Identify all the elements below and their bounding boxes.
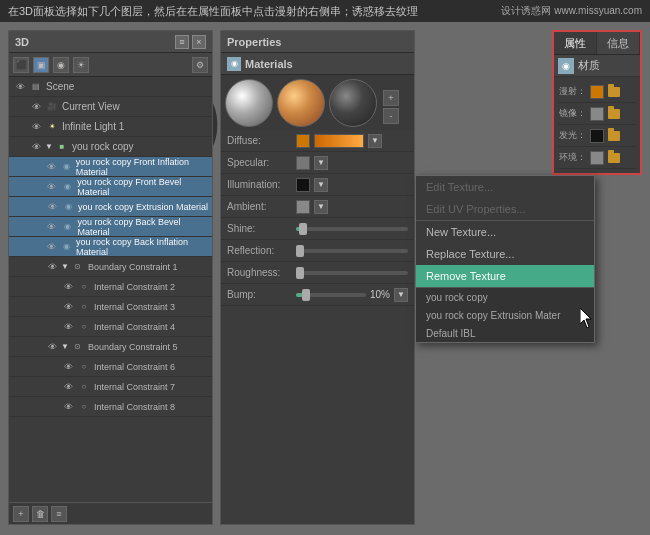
reflection-slider[interactable] [296, 249, 408, 253]
eye-icon-b1[interactable]: 👁 [45, 260, 59, 274]
roughness-label: Roughness: [227, 267, 292, 278]
eye-icon-i3[interactable]: 👁 [61, 300, 75, 314]
panel-3d-header: 3D ≡ × [9, 31, 212, 53]
toolbar-scene-icon[interactable]: ⬛ [13, 57, 29, 73]
layer-list[interactable]: 👁 ▤ Scene 👁 🎥 Current View 👁 ✴ Infinite … [9, 77, 212, 500]
layer-item-boundary5[interactable]: 👁 ▼ ⊙ Boundary Constraint 5 [9, 337, 212, 357]
ctx-rock-copy[interactable]: you rock copy [416, 288, 594, 306]
layer-item-internal6[interactable]: 👁 ○ Internal Constraint 6 [9, 357, 212, 377]
layer-label-boundary1: Boundary Constraint 1 [88, 262, 178, 272]
layer-item-internal4[interactable]: 👁 ○ Internal Constraint 4 [9, 317, 212, 337]
eye-icon-mesh[interactable]: 👁 [29, 140, 43, 154]
eye-icon-i4[interactable]: 👁 [61, 320, 75, 334]
right-specular-swatch[interactable] [590, 107, 604, 121]
ambient-texture-btn[interactable]: ▼ [314, 200, 328, 214]
layer-item-back-bevel[interactable]: 👁 ◉ you rock copy Back Bevel Material [9, 217, 212, 237]
toolbar-mesh-icon[interactable]: ▣ [33, 57, 49, 73]
right-illumination-folder[interactable] [608, 131, 620, 141]
layer-item-internal7[interactable]: 👁 ○ Internal Constraint 7 [9, 377, 212, 397]
layer-item-current-view[interactable]: 👁 🎥 Current View [9, 97, 212, 117]
toolbar-mat-icon[interactable]: ◉ [53, 57, 69, 73]
diffuse-texture-btn[interactable]: ▼ [368, 134, 382, 148]
expand-icon-b5[interactable]: ▼ [61, 342, 69, 351]
mat-sphere-3[interactable] [329, 79, 377, 127]
shine-slider[interactable] [296, 227, 408, 231]
mat-sphere-2[interactable] [277, 79, 325, 127]
ctx-edit-texture[interactable]: Edit Texture... [416, 176, 594, 198]
ctx-default-ibl[interactable]: Default IBL [416, 324, 594, 342]
bump-slider[interactable] [296, 293, 366, 297]
mat-sphere-1[interactable] [225, 79, 273, 127]
layer-item-front-inflation[interactable]: 👁 ◉ you rock copy Front Inflation Materi… [9, 157, 212, 177]
ctx-rock-extrusion[interactable]: you rock copy Extrusion Mater [416, 306, 594, 324]
toolbar-light-icon[interactable]: ☀ [73, 57, 89, 73]
ctx-remove-texture[interactable]: Remove Texture [416, 265, 594, 287]
layer-item-light1[interactable]: 👁 ✴ Infinite Light 1 [9, 117, 212, 137]
materials-icon: ◉ [227, 57, 241, 71]
specular-swatch[interactable] [296, 156, 310, 170]
expand-icon-b1[interactable]: ▼ [61, 262, 69, 271]
mat-add-btn[interactable]: + [383, 90, 399, 106]
eye-icon-i2[interactable]: 👁 [61, 280, 75, 294]
diffuse-row: Diffuse: ▼ [221, 130, 414, 152]
specular-texture-btn[interactable]: ▼ [314, 156, 328, 170]
layer-item-internal3[interactable]: 👁 ○ Internal Constraint 3 [9, 297, 212, 317]
right-tab-properties[interactable]: 属性 [554, 32, 597, 54]
eye-icon-fb[interactable]: 👁 [45, 180, 59, 194]
bottom-add-icon[interactable]: + [13, 506, 29, 522]
layer-item-mesh[interactable]: 👁 ▼ ■ you rock copy [9, 137, 212, 157]
eye-icon-view[interactable]: 👁 [29, 100, 43, 114]
roughness-slider[interactable] [296, 271, 408, 275]
right-ambient-swatch[interactable] [590, 151, 604, 165]
ctx-edit-uv[interactable]: Edit UV Properties... [416, 198, 594, 220]
mesh-icon: ■ [55, 140, 69, 154]
layer-item-back-inflation[interactable]: 👁 ◉ you rock copy Back Inflation Materia… [9, 237, 212, 257]
right-specular-folder[interactable] [608, 109, 620, 119]
eye-icon-fi[interactable]: 👁 [45, 160, 58, 174]
eye-icon-bb[interactable]: 👁 [45, 220, 59, 234]
layer-item-internal8[interactable]: 👁 ○ Internal Constraint 8 [9, 397, 212, 417]
mat-del-btn[interactable]: - [383, 108, 399, 124]
right-panel: 属性 信息 ◉ 材质 漫射： 镜像： 发光： 环境： [552, 30, 642, 175]
constraint-icon-i3: ○ [77, 300, 91, 314]
layer-item-extrusion[interactable]: 👁 ◉ you rock copy Extrusion Material [9, 197, 212, 217]
right-diffuse-folder[interactable] [608, 87, 620, 97]
toolbar-extra-icon[interactable]: ⚙ [192, 57, 208, 73]
bottom-options-icon[interactable]: ≡ [51, 506, 67, 522]
panel-collapse-btn[interactable]: ≡ [175, 35, 189, 49]
layer-item-front-bevel[interactable]: 👁 ◉ you rock copy Front Bevel Material [9, 177, 212, 197]
eye-icon-b5[interactable]: 👁 [45, 340, 59, 354]
layer-label-front-inflation: you rock copy Front Inflation Material [76, 157, 212, 177]
ctx-new-texture[interactable]: New Texture... [416, 221, 594, 243]
eye-icon-i7[interactable]: 👁 [61, 380, 75, 394]
layer-item-boundary1[interactable]: 👁 ▼ ⊙ Boundary Constraint 1 [9, 257, 212, 277]
expand-icon-mesh[interactable]: ▼ [45, 142, 53, 151]
right-tab-info[interactable]: 信息 [597, 32, 640, 54]
mat-icon-ex: ◉ [61, 200, 75, 214]
illumination-swatch[interactable] [296, 178, 310, 192]
bump-texture-btn[interactable]: ▼ [394, 288, 408, 302]
right-panel-section: 漫射： 镜像： 发光： 环境： [554, 77, 640, 173]
bottom-delete-icon[interactable]: 🗑 [32, 506, 48, 522]
eye-icon-i6[interactable]: 👁 [61, 360, 75, 374]
scene-icon: ▤ [29, 80, 43, 94]
panel-close-btn[interactable]: × [192, 35, 206, 49]
diffuse-swatch[interactable] [296, 134, 310, 148]
layer-item-internal2[interactable]: 👁 ○ Internal Constraint 2 [9, 277, 212, 297]
ambient-swatch[interactable] [296, 200, 310, 214]
eye-icon-i8[interactable]: 👁 [61, 400, 75, 414]
eye-icon-light1[interactable]: 👁 [29, 120, 43, 134]
right-illumination-swatch[interactable] [590, 129, 604, 143]
right-panel-mat-icon[interactable]: ◉ [558, 58, 574, 74]
eye-icon-bi[interactable]: 👁 [45, 240, 58, 254]
ctx-replace-texture[interactable]: Replace Texture... [416, 243, 594, 265]
eye-icon-ex[interactable]: 👁 [45, 200, 59, 214]
right-ambient-folder[interactable] [608, 153, 620, 163]
right-diffuse-swatch[interactable] [590, 85, 604, 99]
layer-label-back-bevel: you rock copy Back Bevel Material [77, 217, 212, 237]
diffuse-texture-preview[interactable] [314, 134, 364, 148]
layer-item-scene[interactable]: 👁 ▤ Scene [9, 77, 212, 97]
bump-label: Bump: [227, 289, 292, 300]
eye-icon-scene[interactable]: 👁 [13, 80, 27, 94]
illumination-texture-btn[interactable]: ▼ [314, 178, 328, 192]
